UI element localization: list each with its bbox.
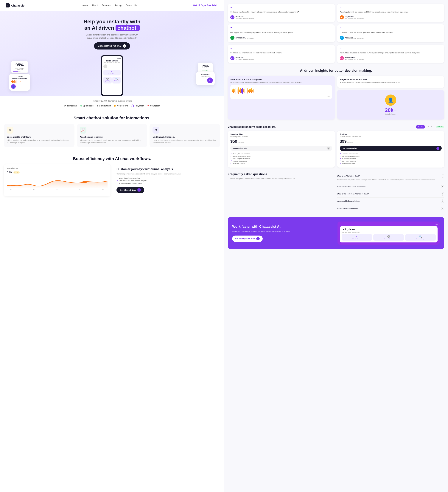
faq-question-3[interactable]: How scalable is the chatbot? + [337,199,444,203]
testimonial-4: " Chatassist has revolutionized our cust… [228,45,335,63]
quote-mark-2: " [230,27,332,30]
faq-grid: Frequently asked questions. Chatbot is d… [228,172,444,212]
pro-plan-card: Pro Plan Scalable for large-size busines… [337,131,444,168]
cta-phone-mockup: 11:20 Hello, James How can I assist you … [338,222,440,245]
hero-cta-button[interactable]: Get 14 Days Free Trial › [94,42,130,50]
testimonials-grid: " Chatassist transformed the way we inte… [228,4,444,63]
nav-features[interactable]: Features [102,4,110,7]
faq-toggle-4[interactable]: + [441,207,444,210]
hero-mockup: 95% Team managed chatted all AI Detected… [6,53,219,96]
logo-polymath: ◯ Polymath [131,104,144,107]
cta-content: Work faster with Chatassist AI. Chatassi… [232,225,335,242]
avatar-2: JJ [230,36,234,40]
author-1: GH Guy Hawkins Co-Founder & CEO at Acmea… [340,15,442,20]
logo-nietzsche: ✳ Nietzsche [64,104,77,107]
multilingual-icon: ⚙ [152,127,159,133]
customize-icon: ✏ [7,127,13,133]
cloudwatch-icon: ● [97,104,98,107]
nav-about[interactable]: About [92,4,98,7]
testimonials-section: " Chatassist transformed the way we inte… [224,0,448,65]
feature-card-0: ✏ Customizable chat flows. With an intui… [4,124,74,147]
author-5: KW Kristin Watson Co-Founder & CEO at Ac… [340,56,442,60]
faq-question-4[interactable]: Is the chatbot available 24/7? + [337,207,444,210]
author-0: RF Robert Fox Co-Founder & CEO at Acmeas… [230,15,332,20]
avatar: 👤 [11,84,16,89]
ai-insights-section: AI driven insights for better decision m… [224,65,448,123]
logo: C Chatassist [6,3,25,8]
yearly-toggle[interactable]: Yearly [426,125,435,129]
faq-question-0[interactable]: What is an AI chatbot SaaS? − [337,174,444,178]
faq-item-1: Is it difficult to set up an AI chatbot?… [337,183,444,190]
large-waveform-icon [232,87,330,94]
pricing-grid: Standard Plan Ideal for growing business… [228,131,444,168]
logo-acmecorp: ◆ Acme Corp [114,104,128,107]
insights-grid: Voice to text & text to voice options Wi… [228,76,444,120]
nav-home[interactable]: Home [82,4,88,7]
nav-cta-button[interactable]: Get 14 Days Free Trial › [193,4,219,7]
float-card-voice: Voice Search Chatassist Said 🎙 [196,72,215,85]
cta-phone-btn-chat[interactable]: 💬 Chat with Chatass [373,234,404,241]
author-2: JJ Jacob Jones Co-Founder & CEO at Acmea… [230,36,332,40]
pro-plan-button[interactable]: Buy Premium Plan › [340,146,442,151]
chart-funnel-section: New Visitors. 5.2K -30% [0,164,224,201]
faq-items: What is an AI chatbot SaaS? − An AI chat… [337,172,444,212]
avatar-4: RF [230,56,234,60]
testimonial-5: " The fact that Chatassist is available … [337,45,444,63]
crm-insight-card: Integration with CRM and tools AI chatbo… [337,76,444,88]
monthly-toggle[interactable]: Monthly [416,125,425,129]
faq-toggle-2[interactable]: + [441,192,444,195]
pro-features: Unlimited conversations. Advanced chatbo… [340,153,442,164]
get-started-button[interactable]: Get Started Now › [117,187,144,193]
faq-toggle-3[interactable]: + [441,199,444,203]
float-card-ai: AI Detected Accent Localizations [9,74,30,91]
quote-mark-4: " [230,47,332,51]
cta-footer-button[interactable]: Get 14 Days Free Trial › [232,236,263,242]
visitors-chart-card: New Visitors. 5.2K -30% [4,164,110,196]
funnel-list: Visual funnel representation. Multi chan… [117,177,217,184]
quote-mark-5: " [340,47,442,51]
acmecorp-icon: ◆ [114,104,116,107]
testimonial-2: " Our support team's efficiency skyrocke… [228,24,335,43]
nav-cta-arrow-icon: › [218,4,219,7]
funnel-card: Customer journeys with funnel analysis. … [113,164,220,196]
faq-item-4: Is the chatbot available 24/7? + [337,205,444,212]
nav-links: Home About Features Pricing Contact Us [82,4,137,7]
trusted-section: Trusted by 10,000+ founders & business o… [0,96,224,111]
faq-item-0: What is an AI chatbot SaaS? − An AI chat… [337,172,444,183]
avatar-1: GH [340,15,344,20]
cta-phone-btn-search[interactable]: 🔍 Search by Image [405,234,436,241]
craftgram-icon: ✦ [147,104,149,107]
funnel-item-2: Actionable reporting and alerts. [117,183,217,184]
polymath-icon: ◯ [131,104,134,107]
waveform-icon [11,80,28,83]
nav-pricing[interactable]: Pricing [115,4,122,7]
phone-btn-chat[interactable]: 💬 Chat with Chatassist [103,77,112,83]
faq-question-1[interactable]: Is it difficult to set up an AI chatbot?… [337,185,444,188]
feature-card-1: 📈 Analytics and reporting. Advanced insi… [77,124,148,147]
boost-heading: Boost efficiency with AI chat workflows. [0,152,224,164]
pricing-section: Chatbot solution form seamless intera. M… [224,123,448,171]
epicurious-icon: ≋ [80,104,82,107]
faq-toggle-0[interactable]: − [441,174,444,178]
hero-headline: Help you instantly with an AI driven cha… [6,19,219,31]
standard-plan-button[interactable]: Buy Premium Plan › [230,146,332,151]
cta-phone-btn-talk[interactable]: 🎙 Talk with Chatassist [342,234,372,241]
logo-icon: C [6,3,10,8]
nav-contact[interactable]: Contact Us [126,4,137,7]
hero-subtext: Unlock instant support and seamless comm… [86,33,138,39]
features-heading: Smart chatbot solution for interactions. [0,111,224,124]
user-avatar-icon: 👤 [385,94,396,106]
quote-mark: " [230,6,332,10]
float-card-95: 95% Team managed chatted all [11,61,28,73]
logo-text: Chatassist [11,4,25,7]
phone-btn-talk[interactable]: 🎙 Talk with Chatassist [103,70,120,75]
faq-toggle-1[interactable]: + [441,185,444,188]
standard-plan-card: Standard Plan Ideal for growing business… [228,131,335,168]
standard-arrow-icon: › [327,147,330,150]
faq-question-2[interactable]: What is the cost of an AI chatbot SaaS? … [337,192,444,195]
navbar: C Chatassist Home About Features Pricing… [0,0,224,11]
funnel-item-1: Multi channel & omnichannel insights. [117,180,217,182]
voice-icon: 🎙 [207,78,213,83]
users-insight-card: 👤 20k+ Satisfied Users [337,90,444,120]
phone-btn-search[interactable]: 🔍 Search by Image [112,77,120,83]
